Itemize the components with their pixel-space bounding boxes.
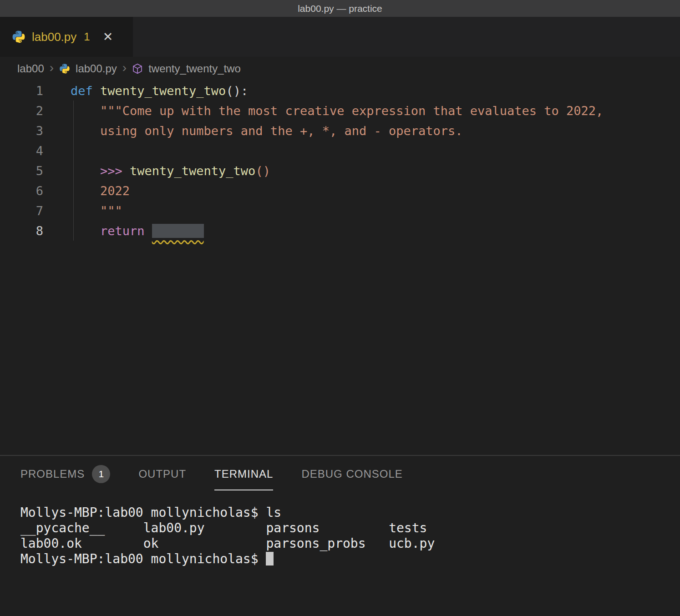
breadcrumb-file[interactable]: lab00.py [76, 62, 117, 75]
editor-line-6[interactable]: 62022 [0, 181, 680, 201]
panel-tab-debug-console[interactable]: DEBUG CONSOLE [301, 456, 402, 492]
panel-tab-label: DEBUG CONSOLE [301, 468, 402, 480]
line-number[interactable]: 4 [0, 144, 43, 158]
indent-guide [73, 101, 74, 241]
chevron-right-icon: › [122, 61, 127, 74]
window-title: lab00.py — practice [298, 3, 382, 14]
panel-tabs: PROBLEMS1OUTPUTTERMINALDEBUG CONSOLE [0, 456, 680, 492]
selection-warning-squiggle [152, 224, 204, 238]
chevron-right-icon: › [50, 61, 54, 74]
tab-problems-badge: 1 [84, 30, 90, 43]
code-text[interactable]: """Come up with the most creative expres… [43, 104, 603, 118]
line-number[interactable]: 2 [0, 104, 43, 118]
editor-line-2[interactable]: 2"""Come up with the most creative expre… [0, 101, 680, 121]
panel-tab-terminal[interactable]: TERMINAL [214, 456, 273, 492]
close-icon[interactable]: ✕ [103, 31, 113, 43]
python-icon [59, 63, 70, 74]
code-editor[interactable]: 1def twenty_twenty_two():2"""Come up wit… [0, 81, 680, 455]
bottom-panel: PROBLEMS1OUTPUTTERMINALDEBUG CONSOLE Mol… [0, 455, 680, 616]
tab-filename: lab00.py [32, 30, 76, 44]
panel-tab-label: PROBLEMS [20, 468, 85, 480]
code-text[interactable]: >>> twenty_twenty_two() [43, 164, 270, 178]
line-number[interactable]: 8 [0, 224, 43, 238]
breadcrumb-symbol[interactable]: twenty_twenty_two [148, 62, 241, 75]
line-number[interactable]: 6 [0, 184, 43, 198]
line-number[interactable]: 1 [0, 84, 43, 98]
editor-line-8[interactable]: 8return [0, 221, 680, 241]
code-text[interactable]: 2022 [43, 184, 130, 198]
panel-tab-label: TERMINAL [214, 468, 273, 480]
line-number[interactable]: 3 [0, 124, 43, 138]
editor-lines: 1def twenty_twenty_two():2"""Come up wit… [0, 81, 680, 241]
editor-line-3[interactable]: 3using only numbers and the +, *, and - … [0, 121, 680, 141]
panel-tab-label: OUTPUT [138, 468, 186, 480]
editor-line-1[interactable]: 1def twenty_twenty_two(): [0, 81, 680, 101]
line-number[interactable]: 7 [0, 204, 43, 218]
code-text[interactable]: return [43, 224, 204, 238]
breadcrumb: lab00 › lab00.py › twenty_twenty_two [0, 57, 680, 81]
code-text[interactable]: def twenty_twenty_two(): [43, 84, 248, 98]
window-titlebar: lab00.py — practice [0, 0, 680, 17]
terminal-text: Mollys-MBP:lab00 mollynicholas$ ls __pyc… [20, 505, 680, 567]
symbol-namespace-icon [132, 63, 143, 74]
panel-tab-output[interactable]: OUTPUT [138, 456, 186, 492]
code-text[interactable]: using only numbers and the +, *, and - o… [43, 124, 463, 138]
line-number[interactable]: 5 [0, 164, 43, 178]
problems-count-badge: 1 [92, 465, 110, 483]
terminal-content[interactable]: Mollys-MBP:lab00 mollynicholas$ ls __pyc… [0, 492, 680, 567]
editor-line-4[interactable]: 4 [0, 141, 680, 161]
terminal-cursor [266, 552, 274, 566]
python-icon [12, 30, 25, 44]
editor-line-5[interactable]: 5>>> twenty_twenty_two() [0, 161, 680, 181]
editor-line-7[interactable]: 7""" [0, 201, 680, 221]
tab-lab00-py[interactable]: lab00.py 1 ✕ [0, 17, 133, 57]
panel-tab-problems[interactable]: PROBLEMS1 [20, 456, 110, 492]
code-text[interactable]: """ [43, 204, 122, 218]
editor-tab-strip: lab00.py 1 ✕ [0, 17, 680, 57]
breadcrumb-folder[interactable]: lab00 [17, 62, 44, 75]
